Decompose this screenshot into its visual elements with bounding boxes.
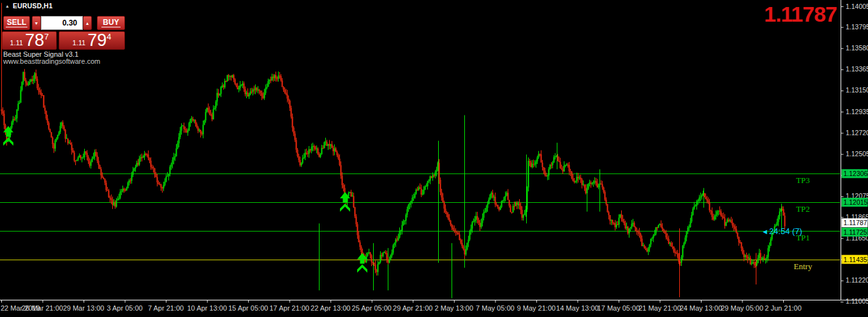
- level-label-tp2: TP2: [796, 204, 810, 214]
- price-axis-label: 1.13150: [846, 86, 868, 94]
- price-axis-label: 1.13580: [846, 44, 868, 52]
- time-axis-label: 2 Jun 21:00: [765, 304, 802, 312]
- lot-increase-button[interactable]: ▲: [83, 16, 92, 30]
- time-axis-label: 7 May 05:00: [476, 304, 515, 312]
- sell-button[interactable]: SELL: [3, 16, 30, 30]
- indicator-url: www.beasttradingsoftware.com: [3, 57, 100, 65]
- sell-price-display[interactable]: 1.11 78 7: [2, 31, 57, 50]
- level-tp3-tag-text: 1.12306: [844, 170, 868, 177]
- level-tp2-tag-text: 1.12015: [844, 198, 868, 206]
- time-axis-label: 21 May 21:00: [638, 304, 681, 312]
- sell-price-prefix: 1.11: [10, 39, 24, 47]
- arrow-up-icon: ▲: [85, 21, 90, 26]
- price-axis-label: 1.11005: [846, 297, 868, 305]
- buy-price-display[interactable]: 1.11 79 4: [59, 31, 125, 50]
- candle-countdown: ◄24:54 (7): [761, 226, 802, 236]
- time-axis-label: 7 Apr 21:00: [148, 304, 184, 312]
- level-label-tp3: TP3: [796, 175, 810, 185]
- buy-price-main: 79: [87, 33, 107, 48]
- candlestick-chart-area[interactable]: 1.140051.137951.135801.133651.131501.129…: [0, 0, 868, 317]
- price-axis-label: 1.13365: [846, 65, 868, 73]
- time-axis-label: 9 May 21:00: [517, 304, 556, 312]
- price-axis-label: 1.12505: [846, 150, 868, 158]
- time-axis-label: 29 Apr 21:00: [393, 304, 432, 312]
- time-axis-label: 22 Apr 13:00: [311, 304, 350, 312]
- time-axis-label: 25 Apr 05:00: [352, 304, 392, 312]
- buy-button[interactable]: BUY: [97, 16, 125, 30]
- price-axis-label: 1.14005: [846, 3, 868, 10]
- lot-size-input[interactable]: [41, 16, 83, 30]
- time-axis-label: 29 Mar 13:00: [63, 304, 105, 312]
- chart-title-bar[interactable]: ▲ EURUSD,H1: [5, 1, 52, 10]
- collapse-triangle-icon[interactable]: ▲: [5, 4, 10, 8]
- time-axis-label: 24 May 13:00: [680, 304, 723, 312]
- left-arrow-icon: ◄: [761, 228, 769, 235]
- sell-price-main: 78: [25, 33, 44, 48]
- price-axis-label: 1.12720: [846, 129, 868, 136]
- symbol-timeframe-label: EURUSD,H1: [13, 2, 52, 10]
- level-label-entry: Entry: [794, 262, 813, 271]
- buy-price-pip: 4: [107, 32, 111, 41]
- sell-button-label: SELL: [6, 18, 28, 27]
- time-axis-label: 17 May 05:00: [598, 304, 640, 312]
- arrow-down-icon: ▼: [34, 21, 39, 26]
- lot-decrease-button[interactable]: ▼: [32, 16, 41, 30]
- time-axis-label: 2 May 13:00: [435, 304, 474, 312]
- time-axis-label: 26 Mar 21:00: [22, 304, 63, 312]
- time-axis-label: 29 May 05:00: [721, 304, 763, 312]
- buy-button-label: BUY: [101, 18, 120, 27]
- buy-price-prefix: 1.11: [73, 39, 86, 47]
- level-tp1-tag-text: 1.11725: [844, 228, 867, 236]
- time-axis-label: 15 Apr 05:00: [228, 304, 268, 312]
- time-axis-label: 3 Apr 05:00: [107, 304, 142, 312]
- current-price-display: 1.11787: [764, 2, 837, 27]
- countdown-text: 24:54 (7): [769, 226, 802, 236]
- current-price-tag-text: 1.11787: [844, 219, 867, 226]
- time-axis-label: 14 May 13:00: [556, 304, 599, 312]
- price-axis-label: 1.13795: [846, 23, 868, 31]
- level-entry-tag-text: 1.11435: [844, 256, 867, 263]
- time-axis-label: 17 Apr 21:00: [270, 304, 309, 312]
- time-axis-label: 10 Apr 13:00: [187, 304, 226, 312]
- price-axis-label: 1.11220: [846, 276, 868, 284]
- sell-price-pip: 7: [44, 32, 48, 41]
- price-axis-label: 1.12935: [846, 108, 868, 115]
